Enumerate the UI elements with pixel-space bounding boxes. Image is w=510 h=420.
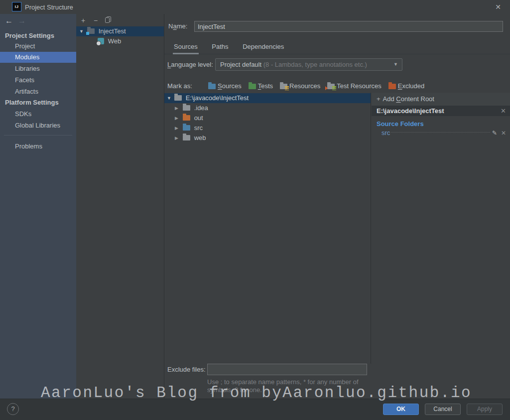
sidebar-item-facets[interactable]: Facets [0,75,76,86]
tree-item-label: out [194,114,203,122]
facet-row-web[interactable]: Web [76,36,164,46]
collapse-arrow-icon[interactable]: ▶ [175,123,178,133]
forward-arrow-icon: → [18,16,26,25]
tab-paths[interactable]: Paths [211,41,229,54]
collapse-arrow-icon[interactable]: ▶ [175,133,178,143]
exclude-help-line2: symbols, ? for one. [207,386,262,394]
sidebar-item-artifacts[interactable]: Artifacts [0,86,76,97]
language-level-label: Language level: [167,59,213,71]
tree-item-label: src [194,124,203,132]
platform-settings-header: Platform Settings [5,98,76,108]
tree-root-label: E:\javacode\InjectTest [186,94,249,102]
chevron-down-icon: ▼ [393,59,398,70]
sidebar-item-global-libraries[interactable]: Global Libraries [0,120,76,131]
dialog-footer: ? OK Cancel Apply [0,399,510,420]
test-resources-folder-icon [327,84,335,89]
collapse-arrow-icon[interactable]: ▶ [175,103,178,113]
excluded-output-folder-icon [183,115,190,121]
language-level-value: Project default [220,61,263,68]
add-module-button[interactable]: + [79,16,88,25]
source-folder-link[interactable]: src [382,129,390,138]
mark-as-label: Mark as: [167,80,192,92]
modules-list-panel: + − ▼ InjectTest Web [76,14,164,399]
sidebar-item-libraries[interactable]: Libraries [0,63,76,74]
window-title: Project Structure [25,3,73,11]
module-editor: Name: Sources Paths Dependencies Languag… [164,14,510,399]
tree-row-idea[interactable]: ▶ .idea [164,103,371,113]
language-level-select[interactable]: Project default (8 - Lambdas, type annot… [215,58,402,71]
tree-row-out[interactable]: ▶ out [164,113,371,123]
sidebar-divider [4,135,72,136]
tree-row-src[interactable]: ▶ src [164,123,371,133]
name-label-pre: N [168,22,173,30]
copy-module-button[interactable] [104,16,113,25]
edit-pencil-icon[interactable]: ✎ [492,129,497,138]
sources-folder-icon [208,84,216,89]
tab-dependencies[interactable]: Dependencies [242,41,285,54]
test-resources-arrow-icon [325,86,328,90]
sidebar-item-modules[interactable]: Modules [0,52,76,63]
mark-as-row: Mark as: Sources Tests Resources Test Re… [164,80,510,92]
exclude-files-label: Exclude files: [167,364,206,376]
remove-content-root-icon[interactable]: ✕ [501,106,506,116]
mark-test-resources-label: Test Resources [337,80,382,92]
intellij-logo-icon: IJ [12,2,21,11]
apply-button: Apply [467,404,503,415]
folder-icon [183,105,190,111]
module-row-injecttest[interactable]: ▼ InjectTest [76,26,164,36]
mark-sources-button[interactable]: Sources [208,80,242,92]
module-name-input[interactable] [194,21,503,32]
mark-tests-button[interactable]: Tests [249,80,273,92]
remove-folder-icon[interactable]: ✕ [501,129,506,138]
language-label-post: anguage level: [171,61,213,68]
tree-item-label: web [194,134,206,141]
dotted-leader [391,132,490,133]
mark-tests-label: Tests [258,80,273,92]
tree-row-root[interactable]: ▼ E:\javacode\InjectTest [164,93,371,103]
settings-sidebar: ← → Project Settings Project Modules Lib… [0,14,76,399]
folder-icon [183,135,190,140]
source-folder-icon [183,125,190,131]
mark-excluded-button[interactable]: Excluded [388,80,424,92]
excluded-folder-icon [388,84,396,89]
editor-tabs: Sources Paths Dependencies [164,41,510,54]
sidebar-item-sdks[interactable]: SDKs [0,109,76,120]
exclude-files-input[interactable] [207,364,367,375]
mark-resources-label: Resources [289,80,320,92]
tab-sources[interactable]: Sources [173,41,199,54]
sidebar-item-problems[interactable]: Problems [0,141,76,152]
expand-arrow-icon[interactable]: ▼ [79,26,84,36]
resources-folder-icon [280,84,287,89]
expand-arrow-icon[interactable]: ▼ [167,93,171,103]
name-label-mnemonic: a [173,22,176,30]
plus-icon: + [377,95,381,103]
language-level-hint: (8 - Lambdas, type annotations etc.) [263,61,367,68]
mark-as-buttons: Sources Tests Resources Test Resources E… [208,80,424,92]
project-settings-header: Project Settings [5,31,76,41]
web-facet-icon [98,38,104,44]
content-root-tree: ▼ E:\javacode\InjectTest ▶ .idea ▶ out ▶ [164,93,371,364]
close-icon[interactable]: ✕ [494,2,503,11]
ok-button[interactable]: OK [383,404,419,415]
exclude-help-line1: Use ; to separate name patterns, * for a… [207,378,359,386]
content-roots-panel: +Add Content Root E:\javacode\InjectTest… [372,93,510,364]
facet-name: Web [108,37,122,45]
modules-toolbar: + − [76,16,164,26]
sidebar-item-project[interactable]: Project [0,41,76,52]
mark-sources-label: Sources [218,80,242,92]
folder-icon [174,95,182,101]
tree-row-web[interactable]: ▶ web [164,133,371,143]
remove-module-button[interactable]: − [91,16,100,25]
name-label: Name: [168,21,187,32]
help-button[interactable]: ? [7,403,19,415]
content-root-path-header: E:\javacode\InjectTest ✕ [372,106,510,116]
collapse-arrow-icon[interactable]: ▶ [175,113,178,123]
mark-test-resources-button[interactable]: Test Resources [327,80,382,92]
mark-resources-button[interactable]: Resources [280,80,320,92]
add-content-root-label: Add Content Root [383,95,434,103]
module-icon [87,28,95,34]
tree-item-label: .idea [194,104,208,112]
add-content-root-button[interactable]: +Add Content Root [372,93,510,106]
cancel-button[interactable]: Cancel [425,404,461,415]
back-arrow-icon[interactable]: ← [5,16,13,25]
